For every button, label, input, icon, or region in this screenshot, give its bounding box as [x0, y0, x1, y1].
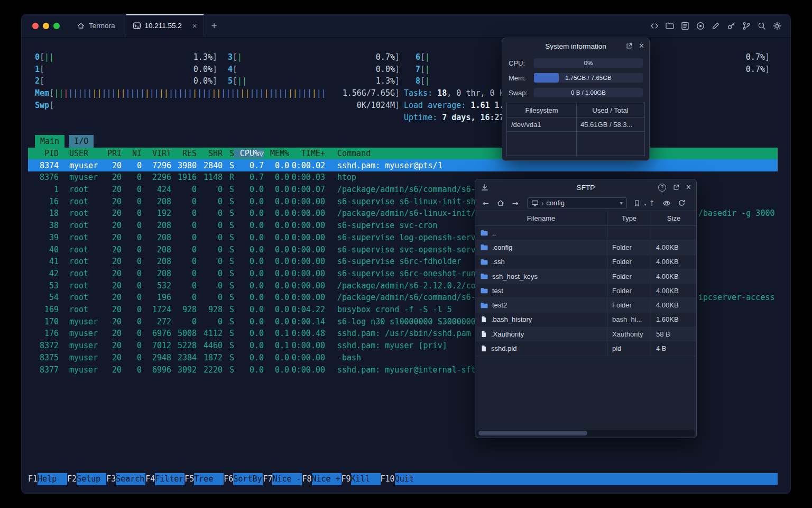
fkey-label-f10[interactable]: Quit [395, 473, 425, 485]
file-row--ssh[interactable]: .sshFolder4.00KB [475, 255, 696, 269]
fkey-label-f5[interactable]: Tree [194, 473, 224, 485]
meter-bracket: ] [765, 64, 770, 76]
file-name-cell: .config [475, 240, 607, 254]
fkey-label-f8[interactable]: Nice + [312, 473, 342, 485]
column-filesystem[interactable]: Filesystem [507, 106, 576, 114]
fkey-label-f4[interactable]: Filter [155, 473, 184, 485]
meter-pipes: | [425, 75, 430, 87]
process-ni: 0 [122, 281, 142, 291]
path-breadcrumb[interactable]: › config ▾ [527, 197, 627, 209]
column-header-cpu[interactable]: CPU%▽ [234, 149, 264, 158]
column-header-ni[interactable]: NI [122, 149, 142, 158]
download-icon[interactable] [481, 183, 489, 192]
file-row-test2[interactable]: test2Folder4.00KB [475, 298, 696, 312]
table-divider [576, 103, 577, 156]
column-header-mem[interactable]: MEM% [264, 149, 289, 158]
swap-usage-bar: 0 B / 1.00GB [534, 88, 643, 97]
branch-icon[interactable] [742, 21, 751, 31]
column-header-shr[interactable]: SHR [197, 149, 223, 158]
fkey-label-f2[interactable]: Setup [77, 473, 106, 485]
code-icon[interactable] [650, 21, 659, 31]
file-name-cell: .ssh [475, 255, 607, 269]
column-header-user[interactable]: USER [69, 149, 105, 158]
column-header-pid[interactable]: PID [28, 149, 59, 158]
settings-icon[interactable] [772, 21, 782, 31]
fkey-label-f7[interactable]: Nice - [272, 473, 302, 485]
notes-icon[interactable] [680, 21, 690, 31]
column-size[interactable]: Size [651, 214, 696, 222]
bookmark-icon[interactable]: ▾ [632, 199, 643, 207]
close-window-button[interactable] [32, 23, 39, 29]
process-shr: 0 [197, 293, 223, 302]
filesystem-table: Filesystem Used / Total /dev/vda1 45.61G… [506, 103, 645, 156]
column-header-virt[interactable]: VIRT [142, 149, 171, 158]
close-tab-icon[interactable]: × [192, 22, 197, 30]
scrollbar-thumb[interactable] [478, 431, 587, 436]
file-name-cell: .bash_history [475, 313, 607, 326]
zoom-window-button[interactable] [53, 23, 60, 29]
fkey-label-f9[interactable]: Kill [351, 473, 381, 485]
column-used-total[interactable]: Used / Total [576, 106, 644, 114]
column-type[interactable]: Type [607, 211, 651, 225]
tab-session[interactable]: 10.211.55.2 × [126, 14, 204, 37]
column-filename[interactable]: Filename [475, 211, 607, 225]
column-header-pri[interactable]: PRI [105, 149, 122, 158]
filesystem-row[interactable]: /dev/vda1 45.61GB / 58.3... [507, 117, 644, 132]
cpu-number: 0 [35, 51, 40, 64]
tab-main[interactable]: Main [35, 135, 64, 148]
file-row-sshd-pid[interactable]: sshd.pidpid4 B [475, 341, 696, 356]
process-cpu: 0.0 [234, 233, 264, 242]
help-icon[interactable]: ? [658, 184, 666, 192]
new-tab-button[interactable]: + [211, 20, 217, 32]
tab-termora-home[interactable]: Termora [71, 14, 121, 37]
home-icon[interactable] [495, 199, 506, 207]
fkey-label-f1[interactable]: Help [38, 473, 67, 485]
file-list: ...configFolder4.00KB.sshFolder4.00KBssh… [475, 226, 696, 356]
file-size-cell: 1.60KB [651, 313, 696, 326]
fkey-label-f3[interactable]: Search [116, 473, 145, 485]
minimize-window-button[interactable] [43, 23, 49, 29]
process-cpu: 0.0 [234, 293, 264, 302]
meter-bracket: ] [395, 64, 400, 76]
file-row-test[interactable]: testFolder4.00KB [475, 284, 696, 298]
process-time: 0:00.07 [289, 185, 325, 194]
mem-pipes: || [159, 87, 169, 99]
close-icon[interactable]: × [686, 183, 691, 192]
process-virt: 208 [142, 245, 171, 255]
column-header-s[interactable]: S [223, 149, 234, 158]
process-user: myuser [69, 329, 105, 338]
cpu-percent: 0.7% [746, 51, 765, 64]
file-row--bash-history[interactable]: .bash_historybash_hi...1.60KB [475, 313, 696, 327]
column-header-res[interactable]: RES [171, 149, 197, 158]
forward-icon[interactable]: → [510, 199, 521, 207]
mem-pipes: || [150, 87, 159, 99]
file-row--config[interactable]: .configFolder4.00KB [475, 240, 696, 255]
folder-icon[interactable] [665, 21, 675, 31]
refresh-icon[interactable] [676, 199, 687, 207]
process-row-8374[interactable]: 8374myuser200729639802840S0.70.00:00.02s… [28, 159, 778, 171]
process-s: S [223, 245, 234, 255]
open-external-icon[interactable] [625, 42, 633, 50]
column-header-time[interactable]: TIME+ [289, 149, 325, 158]
up-icon[interactable]: ↑ [647, 199, 657, 207]
process-virt: 192 [142, 208, 171, 218]
process-s: S [223, 197, 234, 206]
record-icon[interactable] [696, 21, 705, 31]
fkey-label-f6[interactable]: SortBy [233, 473, 263, 485]
key-icon[interactable] [726, 21, 736, 31]
search-icon[interactable] [757, 21, 767, 31]
process-s: S [223, 161, 234, 170]
open-external-icon[interactable] [672, 184, 680, 191]
process-time: 0:00.00 [289, 353, 325, 362]
back-icon[interactable]: ← [481, 199, 491, 207]
file-row-ssh-host-keys[interactable]: ssh_host_keysFolder4.00KB [475, 269, 696, 284]
close-icon[interactable]: × [639, 42, 644, 50]
file-row-parent[interactable]: .. [475, 226, 696, 240]
file-row--Xauthority[interactable]: .XauthorityXauthority58 B [475, 327, 696, 341]
process-s: S [223, 185, 234, 194]
tab-io[interactable]: I/O [69, 135, 94, 148]
mem-pipes: |||| [221, 87, 240, 99]
pen-icon[interactable] [711, 21, 721, 31]
eye-icon[interactable] [661, 199, 672, 207]
folder-icon [480, 229, 488, 237]
